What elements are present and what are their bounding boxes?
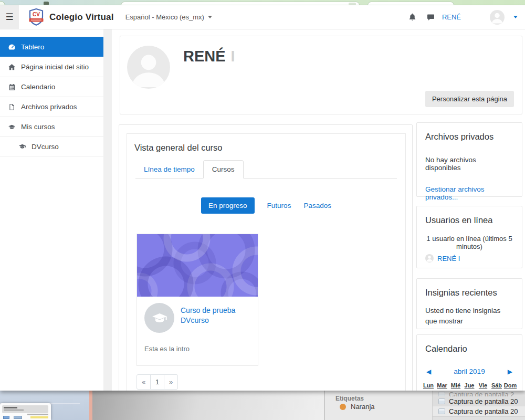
course-card-body: Curso de prueba DVcurso Esta es la intro xyxy=(137,297,258,359)
private-files-title: Archivos privados xyxy=(417,123,522,142)
sidebar-item-tablero[interactable]: Tablero xyxy=(0,37,103,57)
calendar-icon xyxy=(8,83,16,91)
hamburger-icon: ☰ xyxy=(5,12,13,23)
course-name-link[interactable]: Curso de prueba DVcurso xyxy=(181,306,250,326)
pagination-prev-button[interactable]: « xyxy=(136,374,151,390)
profile-avatar[interactable] xyxy=(127,46,170,89)
messages-chat-icon[interactable] xyxy=(426,13,435,22)
browser-tab-fragment[interactable] xyxy=(44,2,49,5)
chevron-down-icon xyxy=(208,16,212,18)
user-menu-chevron-icon[interactable] xyxy=(513,16,518,18)
finder-tags-label: Etiquetas xyxy=(335,395,364,402)
finder-file-list: Captura de pantalla 2 Captura de pantall… xyxy=(433,390,525,420)
file-icon xyxy=(8,103,16,111)
user-avatar xyxy=(425,254,434,262)
day-header-dom[interactable]: Dom xyxy=(503,382,517,388)
course-image xyxy=(137,234,258,297)
course-overview-block: Vista general del curso Línea de tiempo … xyxy=(127,133,406,391)
sidebar-item-calendario[interactable]: Calendario xyxy=(0,77,103,97)
main-content: RENÉ I Personalizar esta página Vista ge… xyxy=(112,29,525,391)
navbar-username-link[interactable]: RENÉ xyxy=(442,13,461,21)
mini-window-header xyxy=(2,405,48,413)
desktop-area xyxy=(92,390,324,420)
mini-window-chip xyxy=(14,416,22,419)
course-summary: Esta es la intro xyxy=(144,345,250,353)
day-header-jue[interactable]: Jue xyxy=(463,382,476,388)
sidebar-item-dvcurso[interactable]: DVcurso xyxy=(0,136,103,156)
user-avatar[interactable] xyxy=(490,10,505,25)
manage-private-files-link[interactable]: Gestionar archivos privados... xyxy=(417,185,522,201)
mini-window-highlight xyxy=(30,416,48,418)
course-card[interactable]: Curso de prueba DVcurso Esta es la intro xyxy=(136,234,258,366)
calendar-prev-icon[interactable]: ◀ xyxy=(426,368,431,375)
hamburger-menu-button[interactable]: ☰ xyxy=(0,5,19,29)
course-overview-card: Vista general del curso Línea de tiempo … xyxy=(119,124,413,391)
filter-en-progreso-button[interactable]: En progreso xyxy=(201,197,255,214)
tab-cursos[interactable]: Cursos xyxy=(203,160,244,178)
svg-text:CV: CV xyxy=(33,12,40,17)
online-users-title: Usuarios en línea xyxy=(417,206,522,225)
top-navbar: ☰ CV Colegio Virtual Español - México (e… xyxy=(0,5,525,29)
sidebar-item-archivos-privados[interactable]: Archivos privados xyxy=(0,97,103,117)
online-user-row: RENÉ I xyxy=(417,254,522,262)
orange-tag-icon xyxy=(340,404,346,410)
pagination-page-1[interactable]: 1 xyxy=(150,374,164,390)
sidebar-item-pagina-inicial[interactable]: Página inicial del sitio xyxy=(0,57,103,77)
private-files-block: Archivos privados No hay archivos dispon… xyxy=(416,122,522,197)
filter-pasados-link[interactable]: Pasados xyxy=(303,202,331,209)
recent-badges-title: Insignias recientes xyxy=(417,279,522,298)
recent-badges-block: Insignias recientes Usted no tiene insig… xyxy=(416,278,522,329)
page-header-card: RENÉ I Personalizar esta página xyxy=(120,36,522,114)
site-brand[interactable]: CV Colegio Virtual xyxy=(29,8,114,26)
finder-file-row[interactable]: Captura de pantalla 20 xyxy=(433,396,525,406)
course-overview-tabs: Línea de tiempo Cursos xyxy=(135,160,397,178)
background-mini-window xyxy=(0,403,51,420)
calendar-nav: ◀ abril 2019 ▶ xyxy=(417,368,522,375)
page-title: RENÉ I xyxy=(183,48,235,65)
mini-window-chip xyxy=(3,416,9,419)
site-logo-icon: CV xyxy=(29,8,44,26)
day-header-vie[interactable]: Vie xyxy=(476,382,490,388)
filter-futuros-link[interactable]: Futuros xyxy=(267,202,291,209)
mini-window-caption xyxy=(27,414,48,415)
finder-row-edge xyxy=(433,416,525,420)
sidebar-item-mis-cursos[interactable]: Mis cursos xyxy=(0,117,103,136)
screenshot-file-icon xyxy=(438,392,445,396)
calendar-month-link[interactable]: abril 2019 xyxy=(431,368,508,375)
private-files-empty-text: No hay archivos disponibles xyxy=(417,156,522,172)
day-header-mie[interactable]: Mié xyxy=(449,382,463,388)
sidebar-drawer: Tablero Página inicial del sitio Calenda… xyxy=(0,29,103,391)
course-avatar xyxy=(144,303,174,333)
calendar-next-icon[interactable]: ▶ xyxy=(508,368,512,375)
finder-file-row[interactable]: Captura de pantalla 20 xyxy=(433,406,525,416)
notifications-bell-icon[interactable] xyxy=(408,13,417,22)
finder-tag-naranja[interactable]: Naranja xyxy=(340,403,375,411)
badges-empty-text: Usted no tiene insignias que mostrar xyxy=(417,306,522,327)
course-filters: En progreso Futuros Pasados xyxy=(127,197,405,214)
drawer-gap xyxy=(103,29,112,391)
search-field[interactable] xyxy=(368,2,454,5)
course-overview-title: Vista general del curso xyxy=(127,134,405,153)
navbar-user-area: RENÉ xyxy=(408,10,518,25)
screenshot-file-icon xyxy=(438,398,445,404)
calendar-day-headers: Lun Mar Mié Jue Vie Sáb Dom xyxy=(417,382,522,388)
browser-window-control[interactable] xyxy=(0,1,5,5)
site-title: Colegio Virtual xyxy=(49,12,114,23)
finder-window-fragment: Etiquetas Naranja Captura de pantalla 2 … xyxy=(324,390,525,420)
customize-page-button[interactable]: Personalizar esta página xyxy=(425,91,514,107)
calendar-title: Calendario xyxy=(417,335,522,354)
address-bar[interactable] xyxy=(121,2,360,5)
day-header-sab[interactable]: Sáb xyxy=(490,382,503,388)
language-selector[interactable]: Español - México (es_mx) xyxy=(125,13,212,21)
online-users-block: Usuarios en línea 1 usuario en línea (úl… xyxy=(416,206,522,268)
courses-pagination: « 1 » xyxy=(136,374,178,390)
pagination-next-button[interactable]: » xyxy=(164,374,178,390)
tab-linea-de-tiempo[interactable]: Línea de tiempo xyxy=(135,161,203,178)
calendar-block: Calendario ◀ abril 2019 ▶ Lun Mar Mié Ju… xyxy=(416,334,522,391)
dashboard-gauge-icon xyxy=(8,43,16,51)
online-user-link[interactable]: RENÉ I xyxy=(437,255,460,262)
day-header-lun[interactable]: Lun xyxy=(422,382,435,388)
day-header-mar[interactable]: Mar xyxy=(435,382,449,388)
browser-chrome xyxy=(0,0,525,5)
graduation-cap-icon xyxy=(8,123,16,131)
